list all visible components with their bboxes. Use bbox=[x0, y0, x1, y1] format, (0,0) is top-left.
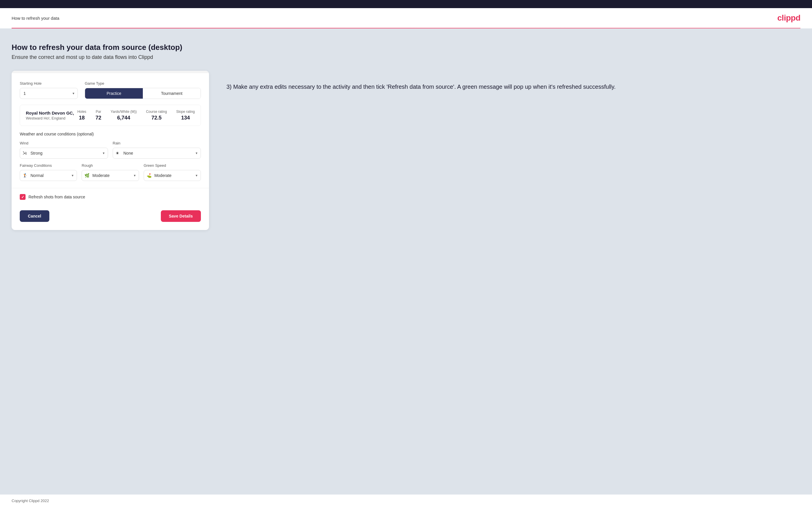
refresh-label: Refresh shots from data source bbox=[29, 194, 85, 199]
fairway-group: Fairway Conditions 🏌 Normal ▾ bbox=[20, 163, 77, 181]
par-stat: Par 72 bbox=[96, 110, 101, 121]
page-title: How to refresh your data from source (de… bbox=[12, 43, 800, 52]
logo: clippd bbox=[777, 13, 800, 22]
yards-stat: Yards/White (M)) 6,744 bbox=[111, 110, 137, 121]
wind-select-wrapper: 🌬 Strong ▾ bbox=[20, 148, 108, 159]
content-layout: Starting Hole 1 ▾ Game Type Practice T bbox=[12, 71, 800, 230]
practice-button[interactable]: Practice bbox=[85, 88, 143, 99]
breadcrumb: How to refresh your data bbox=[12, 16, 59, 20]
top-bar bbox=[0, 0, 812, 8]
green-speed-label: Green Speed bbox=[144, 163, 201, 168]
starting-hole-group: Starting Hole 1 ▾ bbox=[20, 81, 78, 99]
conditions-row: Fairway Conditions 🏌 Normal ▾ Rough 🌿 bbox=[20, 163, 201, 181]
course-rating-value: 72.5 bbox=[151, 115, 161, 121]
main-content: How to refresh your data from source (de… bbox=[0, 29, 812, 495]
rough-label: Rough bbox=[82, 163, 139, 168]
yards-label: Yards/White (M)) bbox=[111, 110, 137, 114]
green-speed-select[interactable]: Moderate bbox=[144, 170, 201, 181]
copyright-text: Copyright Clippd 2022 bbox=[12, 499, 49, 503]
save-button[interactable]: Save Details bbox=[161, 210, 201, 222]
game-type-group: Game Type Practice Tournament bbox=[85, 81, 201, 99]
starting-hole-label: Starting Hole bbox=[20, 81, 78, 86]
rain-group: Rain ☀ None ▾ bbox=[113, 141, 201, 159]
form-card-inner: Starting Hole 1 ▾ Game Type Practice T bbox=[12, 73, 209, 181]
rough-select-wrapper: 🌿 Moderate ▾ bbox=[82, 170, 139, 181]
footer: Copyright Clippd 2022 bbox=[0, 495, 812, 507]
weather-section-title: Weather and course conditions (optional) bbox=[20, 132, 201, 136]
green-speed-select-wrapper: ⛳ Moderate ▾ bbox=[144, 170, 201, 181]
rough-select[interactable]: Moderate bbox=[82, 170, 139, 181]
side-description-text: 3) Make any extra edits necessary to the… bbox=[226, 82, 800, 91]
course-name: Royal North Devon GC, bbox=[26, 111, 74, 115]
course-location: Westward Ho!, England bbox=[26, 116, 74, 120]
form-row-top: Starting Hole 1 ▾ Game Type Practice T bbox=[20, 81, 201, 99]
starting-hole-select[interactable]: 1 bbox=[20, 88, 78, 99]
game-type-label: Game Type bbox=[85, 81, 201, 86]
cancel-button[interactable]: Cancel bbox=[20, 210, 49, 222]
fairway-select-wrapper: 🏌 Normal ▾ bbox=[20, 170, 77, 181]
form-actions: Cancel Save Details bbox=[12, 206, 209, 230]
checkbox-check-icon: ✓ bbox=[21, 195, 24, 199]
fairway-label: Fairway Conditions bbox=[20, 163, 77, 168]
rain-label: Rain bbox=[113, 141, 201, 145]
course-name-group: Royal North Devon GC, Westward Ho!, Engl… bbox=[26, 111, 74, 120]
course-rating-stat: Course rating 72.5 bbox=[146, 110, 167, 121]
par-value: 72 bbox=[96, 115, 101, 121]
card-top-hint bbox=[12, 71, 209, 73]
header: How to refresh your data clippd bbox=[0, 8, 812, 28]
tournament-button[interactable]: Tournament bbox=[143, 88, 201, 99]
slope-rating-label: Slope rating bbox=[176, 110, 195, 114]
slope-rating-value: 134 bbox=[181, 115, 190, 121]
fairway-select[interactable]: Normal bbox=[20, 170, 77, 181]
rain-select[interactable]: None bbox=[113, 148, 201, 159]
course-info-box: Royal North Devon GC, Westward Ho!, Engl… bbox=[20, 105, 201, 126]
par-label: Par bbox=[96, 110, 101, 114]
side-description: 3) Make any extra edits necessary to the… bbox=[226, 71, 800, 91]
game-type-toggle: Practice Tournament bbox=[85, 88, 201, 99]
weather-row: Wind 🌬 Strong ▾ Rain ☀ bbox=[20, 141, 201, 159]
holes-value: 18 bbox=[79, 115, 85, 121]
course-stats: Holes 18 Par 72 Yards/White (M)) 6,744 bbox=[77, 110, 195, 121]
refresh-checkbox[interactable]: ✓ bbox=[20, 194, 26, 200]
page-subtitle: Ensure the correct and most up to date d… bbox=[12, 54, 800, 60]
holes-stat: Holes 18 bbox=[77, 110, 86, 121]
starting-hole-select-wrapper: 1 ▾ bbox=[20, 88, 78, 99]
wind-group: Wind 🌬 Strong ▾ bbox=[20, 141, 108, 159]
slope-rating-stat: Slope rating 134 bbox=[176, 110, 195, 121]
yards-value: 6,744 bbox=[117, 115, 130, 121]
green-speed-group: Green Speed ⛳ Moderate ▾ bbox=[144, 163, 201, 181]
wind-select[interactable]: Strong bbox=[20, 148, 108, 159]
refresh-row: ✓ Refresh shots from data source bbox=[20, 194, 201, 200]
form-card: Starting Hole 1 ▾ Game Type Practice T bbox=[12, 71, 209, 230]
holes-label: Holes bbox=[77, 110, 86, 114]
rain-select-wrapper: ☀ None ▾ bbox=[113, 148, 201, 159]
rough-group: Rough 🌿 Moderate ▾ bbox=[82, 163, 139, 181]
course-rating-label: Course rating bbox=[146, 110, 167, 114]
wind-label: Wind bbox=[20, 141, 108, 145]
